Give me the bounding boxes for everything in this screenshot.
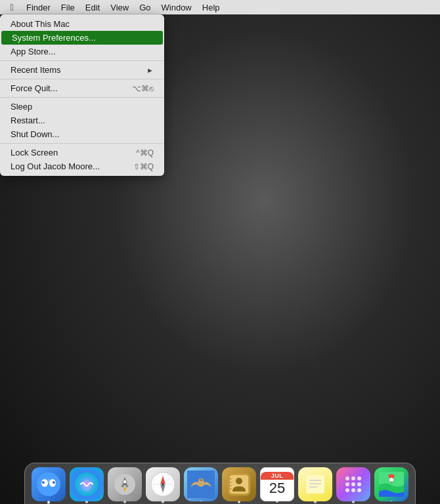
svg-point-23 (236, 478, 242, 484)
svg-rect-27 (230, 488, 232, 490)
svg-point-32 (345, 476, 349, 480)
apple-dropdown-menu: About This Mac System Preferences... App… (0, 14, 164, 176)
dock-icon-rocket[interactable] (108, 467, 142, 501)
menu-item-shut-down[interactable]: Shut Down... (0, 127, 164, 141)
menu-item-lock-screen[interactable]: Lock Screen ^⌘Q (0, 146, 164, 159)
svg-point-5 (43, 481, 45, 482)
svg-point-33 (351, 476, 355, 480)
rocket-icon (114, 473, 136, 495)
menu-item-force-quit[interactable]: Force Quit... ⌥⌘⎋ (0, 81, 164, 95)
svg-point-20 (198, 478, 204, 484)
svg-rect-28 (306, 475, 324, 494)
menubar:  Finder File Edit View Go Window Help (0, 0, 440, 14)
menu-item-recent-items[interactable]: Recent Items ► (0, 63, 164, 77)
svg-point-38 (345, 488, 349, 492)
menubar-finder[interactable]: Finder (21, 0, 56, 14)
svg-point-40 (357, 488, 361, 492)
svg-point-35 (345, 482, 349, 486)
contacts-icon (228, 473, 250, 495)
menubar-file[interactable]: File (56, 0, 80, 14)
svg-point-18 (162, 483, 164, 486)
svg-point-34 (357, 476, 361, 480)
svg-point-6 (54, 481, 55, 482)
calendar-month: JUL (261, 472, 294, 480)
svg-point-42 (389, 478, 393, 482)
svg-point-37 (357, 482, 361, 486)
dock-icon-siri[interactable] (70, 467, 104, 501)
dock-icon-mail[interactable] (184, 467, 218, 501)
force-quit-shortcut: ⌥⌘⎋ (132, 84, 154, 93)
menu-item-restart[interactable]: Restart... (0, 114, 164, 127)
svg-point-36 (351, 482, 355, 486)
mail-eagle-icon (187, 471, 215, 498)
calendar-day: 25 (269, 480, 285, 497)
finder-icon (36, 472, 61, 497)
notes-icon (304, 473, 326, 495)
dock-dot-finder (47, 501, 50, 504)
menu-separator-2 (0, 79, 164, 79)
dock-icon-maps[interactable] (374, 467, 408, 501)
svg-point-39 (351, 488, 355, 492)
svg-point-11 (123, 480, 127, 484)
dock: JUL 25 (24, 463, 416, 504)
menubar-edit[interactable]: Edit (80, 0, 105, 14)
maps-icon (379, 472, 404, 497)
menubar-help[interactable]: Help (197, 0, 225, 14)
menu-item-app-store[interactable]: App Store... (0, 45, 164, 58)
submenu-arrow-icon: ► (146, 66, 154, 74)
menubar-go[interactable]: Go (134, 0, 156, 14)
dock-icon-notes[interactable] (298, 467, 332, 501)
menu-separator-3 (0, 97, 164, 98)
dock-icon-launchpad[interactable] (336, 467, 370, 501)
launchpad-icon (342, 473, 364, 495)
menubar-window[interactable]: Window (156, 0, 197, 14)
apple-menu-button[interactable]:  (3, 0, 21, 14)
menu-separator-1 (0, 60, 164, 61)
menu-item-about[interactable]: About This Mac (0, 17, 164, 31)
svg-rect-24 (230, 478, 232, 480)
menu-item-sleep[interactable]: Sleep (0, 100, 164, 114)
menu-item-log-out[interactable]: Log Out Jacob Moore... ⇧⌘Q (0, 159, 164, 173)
svg-rect-26 (230, 485, 232, 486)
svg-rect-25 (230, 482, 232, 483)
menu-separator-4 (0, 143, 164, 144)
lock-screen-shortcut: ^⌘Q (136, 148, 154, 158)
safari-icon (150, 472, 175, 497)
dock-icon-contacts[interactable] (222, 467, 256, 501)
log-out-shortcut: ⇧⌘Q (133, 162, 154, 171)
menu-item-system-prefs[interactable]: System Preferences... (1, 31, 163, 45)
menubar-view[interactable]: View (105, 0, 134, 14)
siri-icon (74, 472, 99, 497)
svg-point-0 (37, 472, 60, 496)
dock-icon-finder[interactable] (32, 467, 66, 501)
dock-icon-safari[interactable] (146, 467, 180, 501)
apple-logo-icon:  (10, 3, 13, 12)
dock-icon-calendar[interactable]: JUL 25 (260, 467, 294, 501)
